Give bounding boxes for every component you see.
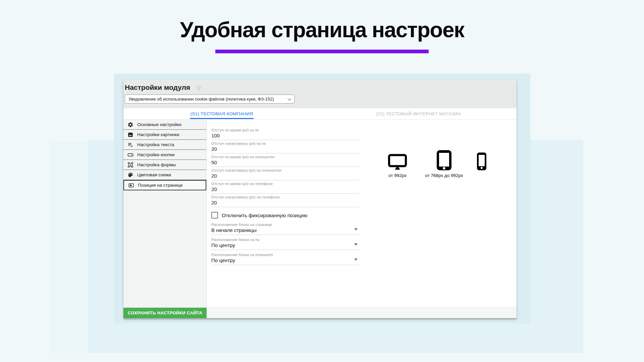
sidebar-item-main-settings[interactable]: Основные настройки xyxy=(123,120,206,130)
dropdown-arrow-icon xyxy=(354,258,358,261)
tab-site-s1[interactable]: (S1) ТЕСТОВАЯ КОМПАНИЯ xyxy=(123,108,320,119)
settings-sidebar: Основные настройки Настройки картинки На… xyxy=(123,120,207,307)
favorite-star-icon[interactable]: ☆ xyxy=(196,84,202,91)
chevron-down-icon xyxy=(287,97,291,100)
image-icon xyxy=(127,132,133,138)
panel-header: Настройки модуля ☆ Уведомление об исполь… xyxy=(123,80,517,108)
sidebar-item-image-settings[interactable]: Настройки картинки xyxy=(123,130,206,140)
sidebar-item-page-position[interactable]: Позиция на странице xyxy=(123,180,206,190)
page-background: Удобная страница настроек Настройки моду… xyxy=(0,0,644,362)
block-position-tablet-select[interactable]: Расположение блока на планшете По центру xyxy=(211,253,359,265)
sidebar-item-color-scheme[interactable]: Цветовая схема xyxy=(123,170,206,180)
disable-fixed-position-row: Отключить фиксированную позицию xyxy=(211,212,359,219)
field-vpadding-tablet: Отступ снизу/сверху (px) на планшетах xyxy=(211,168,359,180)
text-icon xyxy=(127,142,133,148)
padding-pc-input[interactable] xyxy=(211,132,359,140)
module-select[interactable]: Уведомление об использовании cookie файл… xyxy=(125,95,294,104)
sidebar-item-button-settings[interactable]: Настройки кнопки xyxy=(123,150,206,160)
padding-tablet-input[interactable] xyxy=(211,159,359,167)
svg-text:A: A xyxy=(129,164,131,166)
device-phone xyxy=(467,152,496,178)
save-site-settings-button[interactable]: СОХРАНИТЬ НАСТРОЙКИ САЙТА xyxy=(123,308,207,318)
settings-main: Отступ по краям (px) на пк Отступ снизу/… xyxy=(207,120,517,307)
vpadding-tablet-input[interactable] xyxy=(211,173,359,180)
module-settings-panel: Настройки модуля ☆ Уведомление об исполь… xyxy=(123,80,517,318)
vpadding-pc-input[interactable] xyxy=(211,146,359,154)
tablet-icon xyxy=(436,150,452,171)
desktop-icon xyxy=(388,154,407,171)
panel-body: Основные настройки Настройки картинки На… xyxy=(123,120,517,307)
button-icon xyxy=(127,152,133,158)
panel-title: Настройки модуля xyxy=(125,83,190,92)
dropdown-arrow-icon xyxy=(354,243,358,246)
tab-site-s2[interactable]: (S2) ТЕСТОВЫЙ ИНТЕРНЕТ МАГАЗИН xyxy=(320,108,517,119)
form-icon: A xyxy=(127,162,133,168)
title-underline xyxy=(215,50,429,53)
page-title: Удобная страница настроек xyxy=(0,0,644,42)
device-desktop: от 992px xyxy=(374,154,421,178)
gear-icon xyxy=(127,122,133,128)
field-padding-phone: Отступ по краям (px) на телефоне xyxy=(211,182,359,194)
device-tablet: от 768px до 992px xyxy=(421,150,467,178)
block-position-page-select[interactable]: Расположение блока на странице В начале … xyxy=(211,223,359,235)
field-padding-tablet: Отступ по краям (px) на планшетах xyxy=(211,155,359,167)
disable-fixed-position-checkbox[interactable] xyxy=(211,212,218,219)
field-vpadding-pc: Отступ снизу/сверху (px) на пк xyxy=(211,141,359,154)
sidebar-item-text-settings[interactable]: Настройка текста xyxy=(123,140,206,150)
dropdown-arrow-icon xyxy=(354,228,358,231)
padding-phone-input[interactable] xyxy=(211,186,359,194)
palette-icon xyxy=(127,172,133,178)
device-breakpoints: от 992px от 768px до 992px xyxy=(374,150,496,178)
field-vpadding-phone: Отступ снизу/сверху (px) на телефоне xyxy=(211,195,359,207)
phone-icon xyxy=(477,152,487,171)
position-icon xyxy=(128,182,134,188)
module-select-value: Уведомление об использовании cookie файл… xyxy=(128,97,274,102)
position-form: Отступ по краям (px) на пк Отступ снизу/… xyxy=(211,128,359,268)
vpadding-phone-input[interactable] xyxy=(211,199,359,207)
block-position-pc-select[interactable]: Расположение блока на пк По центру xyxy=(211,238,359,250)
field-padding-pc: Отступ по краям (px) на пк xyxy=(211,128,359,140)
sidebar-item-form-settings[interactable]: A Настройка формы xyxy=(123,160,206,170)
site-tabs: (S1) ТЕСТОВАЯ КОМПАНИЯ (S2) ТЕСТОВЫЙ ИНТ… xyxy=(123,108,517,120)
panel-footer: СОХРАНИТЬ НАСТРОЙКИ САЙТА xyxy=(123,307,517,318)
